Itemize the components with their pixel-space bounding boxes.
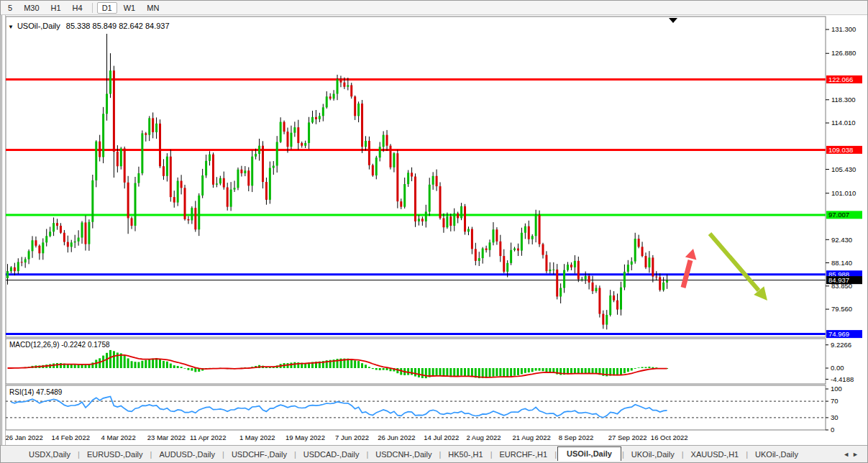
timeframe-button-d1[interactable]: D1 <box>97 2 117 14</box>
svg-text:114.010: 114.010 <box>831 119 856 127</box>
symbol-tab-audusd-daily[interactable]: AUDUSD-,Daily <box>152 448 221 461</box>
tab-separator: | <box>78 450 80 459</box>
svg-text:118.300: 118.300 <box>831 96 856 104</box>
trading-terminal-window: 5M30H1H4D1W1MN ▼USOil-,Daily85.338 85.84… <box>0 0 868 463</box>
svg-text:14 Feb 2022: 14 Feb 2022 <box>52 434 90 441</box>
toolbar-divider <box>92 3 93 13</box>
tab-separator: | <box>222 450 224 459</box>
svg-text:4 Mar 2022: 4 Mar 2022 <box>101 434 136 441</box>
symbol-tab-xauusd-h1[interactable]: XAUUSD-,H1 <box>685 448 746 461</box>
chart-area[interactable]: ▼USOil-,Daily85.338 85.849 82.642 84.937… <box>1 15 868 445</box>
symbol-tab-usdx-daily[interactable]: USDX,Daily <box>22 448 77 461</box>
svg-text:97.007: 97.007 <box>828 211 849 219</box>
svg-text:30: 30 <box>831 413 839 421</box>
svg-text:0: 0 <box>831 426 834 434</box>
date-axis[interactable]: 26 Jan 202214 Feb 20224 Mar 202223 Mar 2… <box>6 434 688 441</box>
tab-scroll-arrows[interactable]: ◄► <box>843 451 867 458</box>
timeframe-button-5[interactable]: 5 <box>3 2 17 14</box>
symbol-tab-eurusd-daily[interactable]: EURUSD-,Daily <box>81 448 150 461</box>
tab-separator: | <box>294 450 296 459</box>
svg-text:79.560: 79.560 <box>831 305 852 313</box>
svg-text:26 Jun 2022: 26 Jun 2022 <box>378 434 415 441</box>
svg-text:84.937: 84.937 <box>828 276 849 284</box>
svg-text:1 May 2022: 1 May 2022 <box>239 434 275 441</box>
symbol-tab-usoil-daily[interactable]: USOil-,Daily <box>557 446 621 461</box>
svg-text:14 Jul 2022: 14 Jul 2022 <box>424 434 459 441</box>
timeframe-button-m30[interactable]: M30 <box>19 2 44 14</box>
svg-text:-4.4188: -4.4188 <box>831 375 854 383</box>
chart-ohlc-values: 85.338 85.849 82.642 84.937 <box>66 22 170 30</box>
svg-text:19 May 2022: 19 May 2022 <box>285 434 325 441</box>
svg-text:7 Jun 2022: 7 Jun 2022 <box>335 434 369 441</box>
symbol-tab-ukoil-daily[interactable]: UKOil-,Daily <box>625 448 681 461</box>
svg-text:92.430: 92.430 <box>831 236 852 244</box>
chart-symbol-label: USOil-,Daily <box>17 22 60 30</box>
tab-separator: | <box>490 450 493 459</box>
symbol-tab-hk50-h1[interactable]: HK50-,H1 <box>442 448 489 461</box>
timeframe-button-w1[interactable]: W1 <box>119 2 141 14</box>
chart-title: ▼USOil-,Daily85.338 85.849 82.642 84.937 <box>8 22 170 30</box>
svg-text:122.066: 122.066 <box>828 75 853 83</box>
svg-text:26 Jan 2022: 26 Jan 2022 <box>6 434 43 441</box>
svg-text:70: 70 <box>831 397 839 405</box>
symbol-tab-eurchf-h1[interactable]: EURCHF-,H1 <box>493 448 554 461</box>
svg-text:16 Oct 2022: 16 Oct 2022 <box>651 434 688 441</box>
tab-scroll-left-icon[interactable]: ◄ <box>843 451 852 458</box>
svg-text:0.00: 0.00 <box>831 364 844 372</box>
svg-text:105.430: 105.430 <box>831 165 856 173</box>
tab-scroll-right-icon[interactable]: ► <box>852 451 862 458</box>
svg-text:2 Aug 2022: 2 Aug 2022 <box>466 434 501 441</box>
timeframe-button-h1[interactable]: H1 <box>46 2 66 14</box>
window-frame-left <box>2 15 6 445</box>
svg-text:126.880: 126.880 <box>831 49 856 57</box>
timeframe-button-mn[interactable]: MN <box>142 2 164 14</box>
symbol-tab-usdchf-daily[interactable]: USDCHF-,Daily <box>225 448 293 461</box>
tab-separator: | <box>366 450 368 459</box>
tab-separator: | <box>150 450 152 459</box>
svg-text:74.969: 74.969 <box>828 330 849 338</box>
svg-text:101.010: 101.010 <box>831 189 856 197</box>
svg-text:131.300: 131.300 <box>831 25 856 33</box>
timeframe-button-h4[interactable]: H4 <box>68 2 88 14</box>
svg-text:88.140: 88.140 <box>831 259 852 267</box>
symbol-tab-usdcnh-daily[interactable]: USDCNH-,Daily <box>369 448 438 461</box>
symbol-tab-usdcad-daily[interactable]: USDCAD-,Daily <box>297 448 366 461</box>
price-axis[interactable]: 131.300126.880118.300114.010105.430101.0… <box>826 25 862 338</box>
symbol-dropdown-icon[interactable]: ▼ <box>8 24 14 30</box>
svg-text:21 Aug 2022: 21 Aug 2022 <box>513 434 551 441</box>
macd-label: MACD(12,26,9) -0.2242 0.1758 <box>9 341 110 349</box>
tab-separator: | <box>439 450 441 459</box>
svg-text:8 Sep 2022: 8 Sep 2022 <box>559 434 594 441</box>
symbol-tab-ukoil-daily[interactable]: UKOil-,Daily <box>749 448 805 461</box>
tab-separator: | <box>554 450 557 459</box>
symbol-tab-bar: USDX,Daily|EURUSD-,Daily|AUDUSD-,Daily|U… <box>1 445 867 462</box>
timeframe-toolbar: 5M30H1H4D1W1MN <box>1 1 867 15</box>
tab-separator: | <box>746 450 748 459</box>
rsi-label: RSI(14) 47.5489 <box>9 388 63 396</box>
tab-separator: | <box>622 450 624 459</box>
tab-separator: | <box>682 450 684 459</box>
svg-text:11 Apr 2022: 11 Apr 2022 <box>190 434 227 441</box>
svg-text:27 Sep 2022: 27 Sep 2022 <box>608 434 647 441</box>
svg-text:9.2266: 9.2266 <box>831 341 851 349</box>
svg-text:23 Mar 2022: 23 Mar 2022 <box>147 434 186 441</box>
svg-text:109.038: 109.038 <box>828 146 853 154</box>
svg-text:100: 100 <box>831 385 842 393</box>
